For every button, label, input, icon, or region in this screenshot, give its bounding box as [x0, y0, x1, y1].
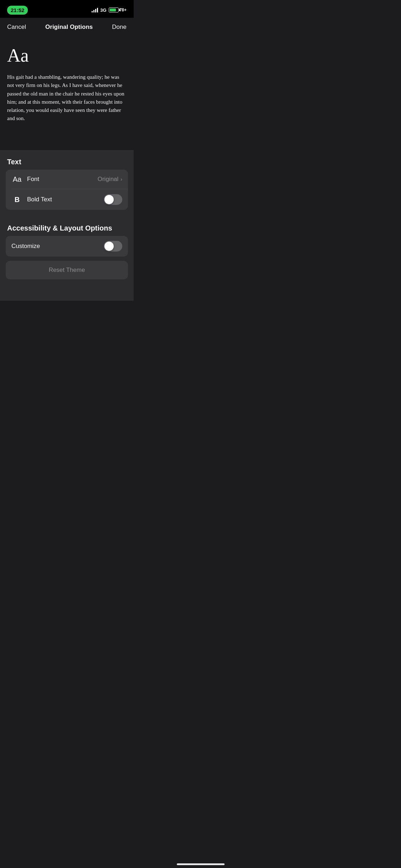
bold-text-toggle[interactable] [104, 194, 122, 205]
preview-text: His gait had a shambling, wandering qual… [7, 73, 127, 123]
bold-text-label: Bold Text [27, 196, 104, 203]
customize-toggle[interactable] [104, 241, 122, 252]
reset-theme-button[interactable]: Reset Theme [6, 261, 128, 279]
text-settings-card: Aa Font Original › B Bold Text [6, 170, 128, 210]
customize-card: Customize [6, 236, 128, 257]
signal-bars-icon [92, 7, 98, 12]
page-title: Original Options [45, 24, 93, 31]
preview-font-label: Aa [7, 45, 127, 66]
customize-toggle-knob [104, 242, 114, 251]
network-label: 3G [100, 7, 106, 13]
status-right: 3G 78+ [92, 7, 127, 13]
settings-area: Text Aa Font Original › B Bold Text Acce… [0, 151, 134, 301]
accessibility-section-header: Accessibility & Layout Options [0, 217, 134, 236]
reset-button-card: Reset Theme [6, 261, 128, 279]
font-row[interactable]: Aa Font Original › [6, 170, 128, 189]
status-time: 21:52 [7, 6, 28, 15]
font-icon: Aa [11, 175, 23, 184]
text-section-header: Text [0, 151, 134, 170]
customize-row: Customize [6, 236, 128, 257]
chevron-icon: › [120, 176, 122, 182]
battery-icon: 78+ [109, 7, 127, 12]
bold-icon: B [11, 196, 23, 204]
cancel-button[interactable]: Cancel [7, 24, 26, 31]
preview-area: Aa His gait had a shambling, wandering q… [0, 36, 134, 150]
font-label: Font [27, 176, 98, 183]
toggle-knob [104, 195, 114, 204]
battery-percent: 78+ [119, 7, 127, 12]
done-button[interactable]: Done [112, 24, 127, 31]
nav-header: Cancel Original Options Done [0, 18, 134, 36]
customize-label: Customize [11, 243, 104, 250]
font-value: Original [98, 176, 119, 183]
bold-text-row: B Bold Text [6, 189, 128, 210]
status-bar: 21:52 3G 78+ [0, 0, 134, 18]
